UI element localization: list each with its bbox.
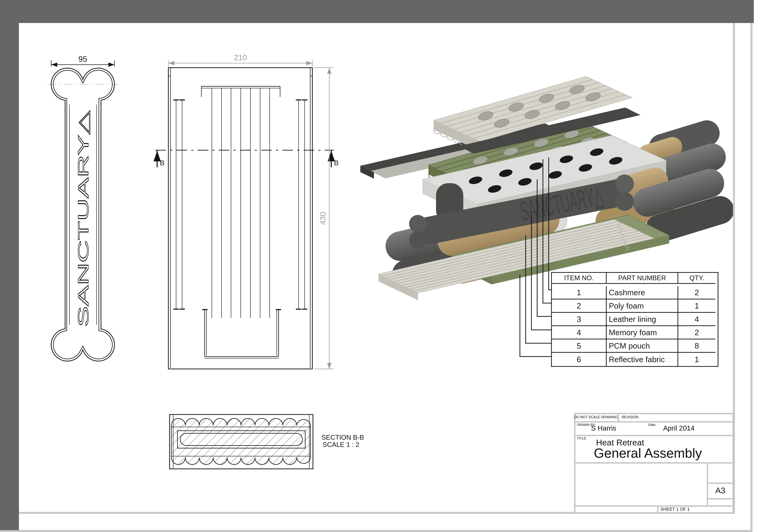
- bom-row1-qty: 2: [678, 286, 715, 300]
- side-logo-text: SANCTUARY△: [75, 110, 91, 327]
- bom-row6-item: 6: [552, 353, 607, 366]
- drawing-title-line2: General Assembly: [594, 446, 702, 460]
- paper-size: A3: [707, 486, 734, 494]
- section-view: SECTION B-B SCALE 1 : 2: [169, 415, 364, 469]
- dimension-430: 430: [314, 68, 334, 369]
- bom-row6-part: Reflective fabric: [607, 353, 678, 366]
- bom-row3-qty: 4: [678, 313, 715, 326]
- bom-row6-qty: 1: [678, 353, 715, 366]
- do-not-scale-note: DO NOT SCALE DRAWING: [574, 415, 618, 419]
- drawing-sheet-viewport: SANCTUARY△ 95: [0, 0, 757, 532]
- viewport-left-bar: [0, 0, 19, 530]
- date-value: April 2014: [663, 425, 694, 431]
- bom-row1-item: 1: [552, 286, 607, 300]
- svg-text:210: 210: [234, 53, 247, 62]
- side-profile-view: SANCTUARY△ 95: [48, 55, 118, 361]
- bom-row4-item: 4: [552, 326, 607, 340]
- title-label: TITLE:: [577, 437, 587, 440]
- bottom-pocket: [202, 310, 281, 358]
- channel-lines: [212, 88, 270, 318]
- bom-row2-part: Poly foam: [607, 300, 678, 313]
- section-line-bb: B B: [154, 150, 339, 167]
- bom-row4-qty: 2: [678, 326, 715, 340]
- bom-row3-item: 3: [552, 313, 607, 326]
- svg-text:95: 95: [78, 55, 87, 63]
- bom-row4-part: Memory foam: [607, 326, 678, 340]
- section-label: SECTION B-B: [321, 433, 364, 441]
- bom-header-qty: QTY.: [678, 273, 715, 284]
- bom-header-part: PART NUMBER: [607, 273, 678, 284]
- bom-row2-qty: 1: [678, 300, 715, 313]
- bom-row5-item: 5: [552, 340, 607, 353]
- section-marker-left: B: [160, 159, 165, 167]
- parts-table: ITEM NO. PART NUMBER QTY. 1 Cashmere 2 2…: [551, 272, 718, 367]
- bom-row3-part: Leather lining: [607, 313, 678, 326]
- dimension-210: 210: [168, 53, 312, 67]
- drawn-by-value: S Harris: [591, 425, 616, 431]
- sheet-number: SHEET 1 OF 1: [660, 507, 690, 512]
- stitch-lines: [173, 100, 307, 309]
- title-block: DO NOT SCALE DRAWING REVISION DRAWN BY: …: [574, 413, 734, 514]
- section-marker-right: B: [334, 159, 339, 167]
- section-scale-label: SCALE 1 : 2: [323, 441, 359, 448]
- hatched-core: [171, 419, 311, 464]
- date-label: Date:: [648, 423, 656, 427]
- bom-row1-part: Cashmere: [607, 286, 678, 300]
- plan-view: B B 210 430: [154, 53, 339, 369]
- revision-label: REVISION: [622, 415, 638, 419]
- svg-text:430: 430: [318, 212, 327, 225]
- bom-row2-item: 2: [552, 300, 607, 313]
- viewport-top-bar: [0, 0, 754, 23]
- dimension-95: 95: [51, 55, 114, 67]
- bom-header-item: ITEM NO.: [552, 273, 607, 284]
- bom-row5-part: PCM pouch: [607, 340, 678, 353]
- bom-row5-qty: 8: [678, 340, 715, 353]
